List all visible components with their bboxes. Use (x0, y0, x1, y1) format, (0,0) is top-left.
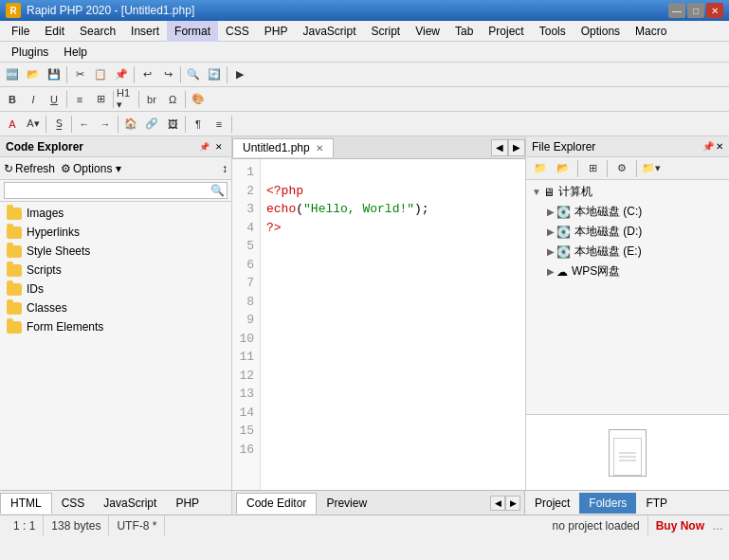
editor-tab-untitled[interactable]: Untitled1.php ✕ (232, 138, 334, 157)
menu-item-help[interactable]: Help (56, 42, 95, 63)
font-button[interactable]: A (2, 114, 23, 135)
bottom-tab-html[interactable]: HTML (0, 493, 52, 514)
options-button[interactable]: ⚙ Options ▾ (61, 162, 121, 175)
image-button[interactable]: 🖼 (162, 114, 183, 135)
menu-item-file[interactable]: File (4, 21, 37, 42)
replace-button[interactable]: 🔄 (204, 64, 225, 85)
link-button[interactable]: 🔗 (141, 114, 162, 135)
bottom-tab-php[interactable]: PHP (166, 493, 209, 514)
tree-item-hyperlinks[interactable]: Hyperlinks (0, 223, 231, 242)
menu-item-tab[interactable]: Tab (447, 21, 481, 42)
pin-icon[interactable]: 📌 (197, 140, 210, 154)
find-button[interactable]: 🔍 (183, 64, 204, 85)
tree-item-scripts[interactable]: Scripts (0, 261, 231, 280)
editor-next-arrow[interactable]: ▶ (505, 496, 520, 511)
file-tree-item[interactable]: ▶💽本地磁盘 (E:) (528, 242, 727, 262)
strikethrough-button[interactable]: S̲ (48, 114, 69, 135)
menu-item-view[interactable]: View (408, 21, 447, 42)
menu-item-javascript[interactable]: JavaScript (295, 21, 363, 42)
toolbar-3: AA▾S̲←→🏠🔗🖼¶≡ (0, 112, 729, 136)
menu-item-tools[interactable]: Tools (532, 21, 574, 42)
preview-tab[interactable]: Preview (317, 493, 376, 514)
code-explorer-header-buttons: 📌 ✕ (197, 140, 226, 154)
sort-button[interactable]: ↕ (222, 162, 228, 175)
more-dots[interactable]: … (712, 519, 723, 533)
color-button[interactable]: 🎨 (188, 89, 209, 110)
new-button[interactable]: 🆕 (2, 64, 23, 85)
view-icon[interactable]: ⊞ (582, 158, 603, 179)
forward-button[interactable]: → (95, 114, 116, 135)
menu-item-project[interactable]: Project (481, 21, 531, 42)
break-button[interactable]: br (141, 89, 162, 110)
bottom-right-tab-project[interactable]: Project (525, 493, 579, 514)
paragraph-button[interactable]: ¶ (188, 114, 209, 135)
tab-prev-button[interactable]: ◀ (491, 139, 508, 156)
open-button[interactable]: 📂 (23, 64, 44, 85)
settings-icon[interactable]: ⚙ (611, 158, 632, 179)
tree-item-style-sheets[interactable]: Style Sheets (0, 242, 231, 261)
pin-icon[interactable]: 📌 (702, 141, 714, 152)
separator (134, 66, 135, 83)
menu-item-css[interactable]: CSS (218, 21, 257, 42)
code-line-6: </span>Hello!<span style="color:#0000cc;… (266, 163, 519, 182)
back-button[interactable]: ← (74, 114, 95, 135)
list-button[interactable]: ≡ (69, 89, 90, 110)
refresh-button[interactable]: ↻ Refresh (4, 162, 55, 175)
redo-button[interactable]: ↪ (157, 64, 178, 85)
menu-item-plugins[interactable]: Plugins (4, 42, 56, 63)
folder-nav-icon[interactable]: 📁▾ (641, 158, 662, 179)
paste-button[interactable]: 📌 (111, 64, 132, 85)
file-tree-item[interactable]: ▶💽本地磁盘 (D:) (528, 222, 727, 242)
menu-item-edit[interactable]: Edit (37, 21, 72, 42)
close-icon[interactable]: ✕ (716, 141, 723, 152)
cut-button[interactable]: ✂ (69, 64, 90, 85)
menu-item-php[interactable]: PHP (257, 21, 296, 42)
menu-item-options[interactable]: Options (574, 21, 628, 42)
file-tree-item[interactable]: ▼🖥计算机 (528, 182, 727, 202)
buy-now-button[interactable]: Buy Now (648, 519, 712, 533)
tree-item-ids[interactable]: IDs (0, 280, 231, 298)
tree-item-form-elements[interactable]: Form Elements (0, 317, 231, 336)
menu-item-script[interactable]: Script (364, 21, 409, 42)
code-editor-tab[interactable]: Code Editor (236, 493, 317, 514)
file-tree-item[interactable]: ▶☁WPS网盘 (528, 262, 727, 281)
new-folder-icon[interactable]: 📂 (553, 158, 574, 179)
menu-item-search[interactable]: Search (72, 21, 123, 42)
maximize-button[interactable]: □ (687, 3, 704, 18)
code-content[interactable]: </span>Hello!<span style="color:#0000cc;… (261, 159, 525, 490)
copy-button[interactable]: 📋 (90, 64, 111, 85)
folder-icon (6, 244, 23, 259)
editor-tab-close[interactable]: ✕ (316, 143, 323, 154)
code-editor-container[interactable]: 12345678910111213141516 </span>Hello!<sp… (232, 159, 525, 490)
align-button[interactable]: ≡ (209, 114, 229, 135)
tab-next-button[interactable]: ▶ (508, 139, 525, 156)
close-icon[interactable]: ✕ (212, 140, 226, 154)
menu-item-format[interactable]: Format (167, 21, 218, 42)
bottom-tab-css[interactable]: CSS (52, 493, 95, 514)
bold-button[interactable]: B (2, 89, 23, 110)
home-button[interactable]: 🏠 (120, 114, 141, 135)
menu-item-insert[interactable]: Insert (123, 21, 167, 42)
bottom-right-tab-ftp[interactable]: FTP (636, 493, 677, 514)
bottom-right-tab-folders[interactable]: Folders (579, 493, 636, 514)
menu-item-macro[interactable]: Macro (628, 21, 674, 42)
special-char-button[interactable]: Ω (162, 89, 183, 110)
folder-icon[interactable]: 📁 (530, 158, 551, 179)
file-tree-item[interactable]: ▶💽本地磁盘 (C:) (528, 202, 727, 222)
minimize-button[interactable]: — (668, 3, 685, 18)
underline-button[interactable]: U (44, 89, 64, 110)
font-size-button[interactable]: A▾ (23, 114, 44, 135)
editor-prev-arrow[interactable]: ◀ (490, 496, 505, 511)
italic-button[interactable]: I (23, 89, 44, 110)
tree-item-images[interactable]: Images (0, 204, 231, 223)
close-button[interactable]: ✕ (706, 3, 723, 18)
code-explorer-search-input[interactable] (4, 182, 228, 199)
undo-button[interactable]: ↩ (137, 64, 157, 85)
tree-item-classes[interactable]: Classes (0, 298, 231, 317)
separator (118, 116, 118, 133)
table-button[interactable]: ⊞ (90, 89, 111, 110)
save-button[interactable]: 💾 (44, 64, 64, 85)
run-button[interactable]: ▶ (229, 64, 250, 85)
heading-dropdown[interactable]: H1 ▾ (116, 89, 137, 110)
bottom-tab-javascript[interactable]: JavaScript (94, 493, 166, 514)
